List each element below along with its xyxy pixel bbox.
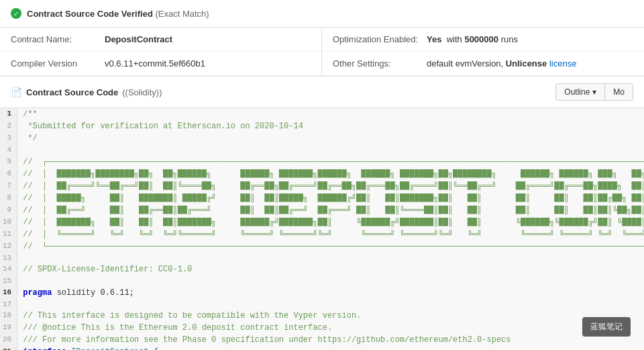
code-line: /// For more information see the Phase 0… [17, 334, 644, 346]
line-number: 8 [0, 192, 17, 204]
line-number: 20 [0, 334, 17, 346]
table-row: 3 */ [0, 132, 644, 144]
optimization-row: Optimization Enabled: Yes with 5000000 r… [322, 28, 644, 52]
table-row: 4 [0, 144, 644, 156]
chevron-down-icon: ▾ [592, 87, 596, 97]
table-row: 12// └──────────────────────────────────… [0, 240, 644, 253]
settings-license-link[interactable]: license [549, 58, 576, 69]
source-subtitle: ((Solidity)) [122, 87, 162, 97]
opt-with: with [447, 34, 462, 44]
code-line: // │ ╚══════╝ ╚═╝ ╚═╝ ╚═╝╚══════╝ ╚═════… [17, 228, 644, 240]
verified-icon: ✓ [11, 8, 21, 19]
table-row: 19/// @notice This is the Ethereum 2.0 d… [0, 322, 644, 334]
verified-header: ✓ Contract Source Code Verified (Exact M… [0, 0, 644, 28]
exact-match-label: (Exact Match) [155, 9, 209, 19]
code-line: // ┌────────────────────────────────────… [17, 156, 644, 168]
line-number: 9 [0, 204, 17, 216]
line-number: 13 [0, 253, 17, 264]
code-line: // └────────────────────────────────────… [17, 240, 644, 253]
code-line: // │ ██╔════╝╚══██╔══╝██║ ██║╚════██╗ ██… [17, 180, 644, 192]
table-row: 17 [0, 299, 644, 310]
table-row: 21interface IDepositContract { [0, 346, 644, 350]
table-row: 5// ┌───────────────────────────────────… [0, 156, 644, 168]
table-row: 20/// For more information see the Phase… [0, 334, 644, 346]
settings-default: default [427, 58, 453, 69]
compiler-version-value: v0.6.11+commit.5ef660b1 [105, 58, 205, 69]
code-line: // │ ███████╗ ██║ ██║ ██║███████╗ ██████… [17, 216, 644, 228]
code-line: /// @notice This is the Ethereum 2.0 dep… [17, 322, 644, 334]
code-line: pragma solidity 0.6.11; [17, 287, 644, 299]
table-row: 9// │ ██╔══╝ ██║ ██╔══██║██╔═══╝ ██║ ██║… [0, 204, 644, 216]
other-settings-value: default evmVersion, Unlicense license [427, 58, 576, 69]
source-subtitle-text: (Solidity) [125, 87, 160, 97]
contract-name-value: DepositContract [105, 34, 172, 44]
other-settings-label: Other Settings: [333, 58, 427, 69]
line-number: 21 [0, 346, 17, 350]
code-table: 1/**2 *Submitted for verification at Eth… [0, 108, 644, 350]
verified-title: Contract Source Code Verified (Exact Mat… [27, 9, 209, 19]
table-row: 7// │ ██╔════╝╚══██╔══╝██║ ██║╚════██╗ █… [0, 180, 644, 192]
source-code-title: 📄 Contract Source Code ((Solidity)) [11, 87, 162, 97]
code-line: // This interface is designed to be comp… [17, 310, 644, 322]
table-row: 11// │ ╚══════╝ ╚═╝ ╚═╝ ╚═╝╚══════╝ ╚═══… [0, 228, 644, 240]
settings-unlicense: Unlicense [506, 58, 547, 69]
source-title-text: Contract Source Code [26, 87, 118, 97]
code-line: // SPDX-License-Identifier: CC0-1.0 [17, 263, 644, 275]
settings-evm: evmVersion, [455, 58, 504, 69]
code-line [17, 275, 644, 287]
table-row: 13 [0, 253, 644, 264]
code-line: /** [17, 108, 644, 120]
code-area[interactable]: 1/**2 *Submitted for verification at Eth… [0, 108, 644, 350]
contract-name-label: Contract Name: [11, 34, 105, 44]
table-row: 2 *Submitted for verification at Ethersc… [0, 120, 644, 132]
more-button[interactable]: Mo [605, 83, 633, 101]
line-number: 19 [0, 322, 17, 334]
line-number: 1 [0, 108, 17, 120]
source-code-header: 📄 Contract Source Code ((Solidity)) Outl… [0, 77, 644, 108]
table-row: 15 [0, 275, 644, 287]
line-number: 15 [0, 275, 17, 287]
line-number: 3 [0, 132, 17, 144]
code-line: // │ ██╔══╝ ██║ ██╔══██║██╔═══╝ ██║ ██║█… [17, 204, 644, 216]
line-number: 16 [0, 287, 17, 299]
outline-label: Outline [564, 87, 590, 97]
code-line [17, 253, 644, 264]
compiler-version-label: Compiler Version [11, 58, 105, 69]
table-row: 8// │ █████╗ ██║ ███████║ █████╔╝ ██║ ██… [0, 192, 644, 204]
opt-runs: 5000000 [464, 34, 498, 44]
code-line: */ [17, 132, 644, 144]
line-number: 17 [0, 299, 17, 310]
other-settings-row: Other Settings: default evmVersion, Unli… [322, 52, 644, 76]
verified-label: Contract Source Code Verified [27, 9, 153, 19]
outline-button[interactable]: Outline ▾ [555, 83, 605, 101]
code-line [17, 144, 644, 156]
line-number: 4 [0, 144, 17, 156]
line-number: 14 [0, 263, 17, 275]
info-grid: Contract Name: DepositContract Optimizat… [0, 28, 644, 77]
table-row: 10// │ ███████╗ ██║ ██║ ██║███████╗ ████… [0, 216, 644, 228]
code-line: // │ █████╗ ██║ ███████║ █████╔╝ ██║ ██║… [17, 192, 644, 204]
compiler-version-row: Compiler Version v0.6.11+commit.5ef660b1 [0, 52, 322, 76]
opt-runs-label: runs [501, 34, 518, 44]
code-line: *Submitted for verification at Etherscan… [17, 120, 644, 132]
table-row: 1/** [0, 108, 644, 120]
more-label: Mo [613, 87, 625, 97]
contract-name-row: Contract Name: DepositContract [0, 28, 322, 52]
line-number: 12 [0, 240, 17, 253]
table-row: 16pragma solidity 0.6.11; [0, 287, 644, 299]
table-row: 18// This interface is designed to be co… [0, 310, 644, 322]
code-line: interface IDepositContract { [17, 346, 644, 350]
line-number: 10 [0, 216, 17, 228]
code-line [17, 299, 644, 310]
line-number: 6 [0, 168, 17, 180]
table-row: 14// SPDX-License-Identifier: CC0-1.0 [0, 263, 644, 275]
line-number: 18 [0, 310, 17, 322]
line-number: 11 [0, 228, 17, 240]
line-number: 5 [0, 156, 17, 168]
opt-yes: Yes [427, 34, 441, 44]
source-code-buttons: Outline ▾ Mo [555, 83, 633, 101]
table-row: 6// │ ███████╗████████╗██╗ ██╗██████╗ ██… [0, 168, 644, 180]
line-number: 7 [0, 180, 17, 192]
code-line: // │ ███████╗████████╗██╗ ██╗██████╗ ███… [17, 168, 644, 180]
document-icon: 📄 [11, 87, 22, 97]
